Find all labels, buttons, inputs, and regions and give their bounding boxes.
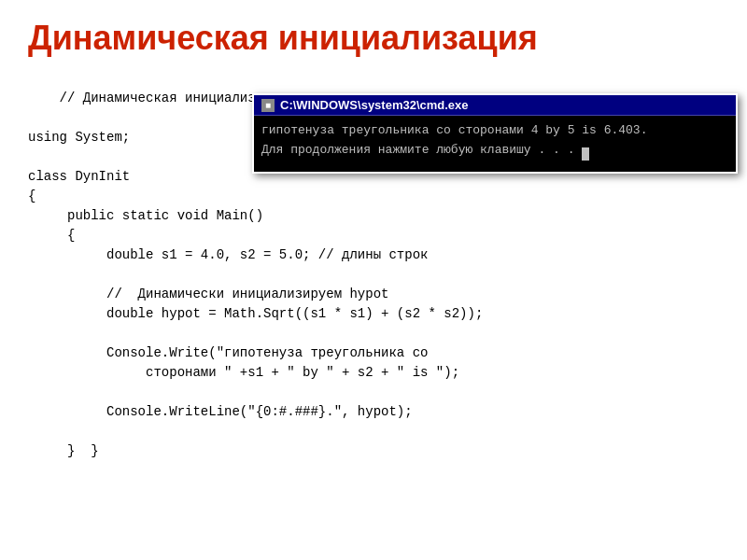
cmd-body: гипотенуза треугольника со сторонами 4 b… xyxy=(254,116,736,172)
cmd-window: ■ C:\WINDOWS\system32\cmd.exe гипотенуза… xyxy=(252,93,738,174)
code-line3: { xyxy=(28,189,35,203)
cmd-icon: ■ xyxy=(261,99,275,112)
code-line4: public static void Main() xyxy=(28,208,263,223)
code-blank2 xyxy=(28,149,35,164)
code-line5: { xyxy=(28,228,75,243)
code-line1: using System; xyxy=(28,130,130,145)
code-blank4 xyxy=(28,326,35,341)
code-blank3 xyxy=(28,267,35,282)
cmd-cursor xyxy=(582,147,589,161)
code-line2: class DynInit xyxy=(28,169,130,184)
code-blank1 xyxy=(28,110,35,125)
code-line12: } } xyxy=(28,443,99,458)
code-line6: double s1 = 4.0, s2 = 5.0; // длины стро… xyxy=(28,247,428,262)
code-line10: сторонами " +s1 + " by " + s2 + " is "); xyxy=(28,365,459,380)
code-line7: // Динамически инициализируем hypot xyxy=(28,287,388,301)
code-blank6 xyxy=(28,424,35,439)
cmd-title-text: C:\WINDOWS\system32\cmd.exe xyxy=(280,98,469,112)
page: Динамическая инициализация // Динамическ… xyxy=(0,0,747,560)
code-line9: Console.Write("гипотенуза треугольника с… xyxy=(28,345,428,360)
page-title: Динамическая инициализация xyxy=(28,19,719,58)
cmd-titlebar: ■ C:\WINDOWS\system32\cmd.exe xyxy=(254,95,736,116)
cmd-line1: гипотенуза треугольника со сторонами 4 b… xyxy=(261,121,728,141)
code-blank5 xyxy=(28,385,35,399)
cmd-line2: Для продолжения нажмите любую клавишу . … xyxy=(261,141,728,161)
code-line11: Console.WriteLine("{0:#.###}.", hypot); xyxy=(28,404,413,419)
code-line8: double hypot = Math.Sqrt((s1 * s1) + (s2… xyxy=(28,306,483,321)
